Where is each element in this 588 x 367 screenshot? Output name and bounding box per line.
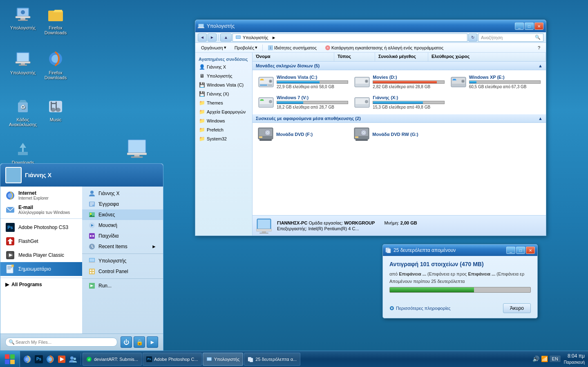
taskbar-deviantart[interactable]: d deviantART: Submis... [83, 353, 142, 366]
sidebar-item-themes[interactable]: 📁 Themes [195, 98, 252, 107]
svg-rect-26 [127, 153, 147, 155]
svg-rect-27 [134, 155, 140, 156]
start-ie[interactable]: Internet Internet Explorer [0, 188, 82, 202]
dvd-f[interactable]: Μονάδα DVD (F:) [256, 125, 350, 143]
desktop-icon-network[interactable] [121, 139, 153, 160]
right-games[interactable]: Παιχνίδια [82, 231, 163, 241]
col-name[interactable]: Όνομα [253, 53, 334, 61]
menu-uninstall[interactable]: × Κατάργηση εγκατάστασης ή αλλαγή ενός π… [322, 44, 447, 51]
dialog-maximize[interactable]: □ [516, 247, 525, 254]
svg-text:×: × [326, 46, 329, 50]
svg-rect-74 [355, 139, 368, 141]
desktop-icon-recycle[interactable]: ♻ ΚάδοςΑνακύκλωσης [7, 96, 39, 127]
start-notepad[interactable]: Σημειωματάριο [0, 262, 82, 276]
svg-rect-79 [259, 233, 268, 234]
start-flashget[interactable]: FlashGet [0, 234, 82, 248]
power-button[interactable]: ⏻ [121, 336, 132, 348]
svg-rect-108 [89, 258, 94, 262]
up-button[interactable]: ▲ [220, 33, 232, 42]
start-email[interactable]: E-mail Αλληλογραφία των Windows [0, 202, 82, 217]
desktop-icon-firefox[interactable]: FirefoxDownloads [39, 49, 72, 80]
dvd-g[interactable]: Μονάδα DVD RW (G:) [352, 125, 446, 143]
quicklaunch-ff[interactable] [45, 354, 56, 365]
sidebar-item-windows[interactable]: 📁 Windows [195, 116, 252, 125]
back-button[interactable]: ◄ [198, 33, 207, 42]
sidebar-item-giannix-x[interactable]: 💾 Γιάννης (Χ) [195, 89, 252, 98]
drive-x[interactable]: Γιάννης (Χ:) 15,3 GB ελεύθερα από 49,8 G… [352, 93, 446, 112]
start-media[interactable]: Media Player Classic [0, 248, 82, 262]
dialog-minimize[interactable]: _ [506, 247, 515, 254]
taskbar-copy[interactable]: 25 δευτερόλεπτα α... [244, 353, 300, 366]
arrow-button[interactable]: ► [147, 336, 158, 348]
hard-drives-header[interactable]: Μονάδες σκληρών δίσκων (5) ▲ [253, 62, 546, 70]
quicklaunch-media[interactable] [56, 354, 67, 365]
start-button[interactable] [0, 351, 20, 367]
right-images[interactable]: Εικόνες [82, 209, 163, 220]
lock-button[interactable]: 🔒 [134, 336, 145, 348]
right-control-panel[interactable]: Control Panel [82, 266, 163, 277]
svg-point-66 [267, 132, 268, 133]
col-type[interactable]: Τύπος [334, 53, 375, 61]
start-search-input[interactable] [5, 338, 117, 347]
search-bar[interactable]: Αναζήτηση 🔍 [478, 33, 543, 42]
svg-rect-110 [89, 269, 95, 274]
desktop-icon-downloads[interactable]: Downloads [7, 139, 39, 165]
right-computer[interactable]: Υπολογιστής [82, 256, 163, 266]
desktop-icon-music[interactable]: Music [39, 96, 72, 122]
right-giannix[interactable]: Γιάννης Χ [82, 188, 163, 199]
quicklaunch-ie[interactable] [22, 354, 33, 365]
sidebar-item-windows-vista[interactable]: 💾 Windows Vista (C) [195, 80, 252, 89]
start-photoshop[interactable]: Ps Adobe Photoshop CS3 [0, 220, 82, 234]
menu-help[interactable]: ? [534, 44, 543, 51]
desktop-icon-programs[interactable]: Firefox Downloads [39, 4, 72, 35]
taskbar-photoshop[interactable]: Ps Adobe Photoshop C... [143, 353, 202, 366]
removable-header[interactable]: Συσκευές με αφαιρούμενα μέσα αποθήκευσης… [253, 114, 546, 123]
svg-rect-3 [18, 20, 28, 21]
menu-organize[interactable]: Οργάνωση ▾ [198, 44, 230, 51]
svg-rect-96 [90, 204, 94, 205]
drive-v[interactable]: Windows 7 (V:) 18,2 GB ελεύθερα από 28,7… [256, 93, 350, 112]
cancel-button[interactable]: Άκυρο [503, 303, 531, 313]
sidebar-item-apps[interactable]: 📁 Αρχεία Εφαρμογών [195, 107, 252, 116]
menu-views[interactable]: Προβολές ▾ [231, 44, 261, 51]
col-free[interactable]: Ελεύθερος χώρος [428, 53, 546, 61]
sidebar-item-giannix[interactable]: 👤 Γιάννης Χ [195, 62, 252, 71]
window-title: Υπολογιστής [198, 23, 235, 29]
address-bar[interactable]: Υπολογιστής ► [233, 33, 467, 42]
sidebar-item-system32[interactable]: 📁 System32 [195, 134, 252, 143]
menu-properties[interactable]: i Ιδιότητες συστήματος [264, 44, 320, 51]
sidebar-item-computer[interactable]: 🖥 Υπολογιστής [195, 71, 252, 80]
desktop-icon-computer[interactable]: Υπολογιστής [7, 49, 39, 75]
svg-text:i: i [270, 46, 271, 50]
svg-point-48 [366, 80, 367, 82]
more-info-button[interactable]: ▼ Περισσότερες πληροφορίες [389, 306, 451, 311]
forward-button[interactable]: ► [208, 33, 217, 42]
taskbar-explorer[interactable]: Υπολογιστής [203, 353, 244, 366]
right-run[interactable]: Run... [82, 280, 163, 291]
close-button[interactable]: ✕ [534, 22, 543, 30]
sidebar-item-prefetch[interactable]: 📁 Prefetch [195, 125, 252, 134]
minimize-button[interactable]: _ [515, 22, 524, 30]
quicklaunch-ps[interactable]: Ps [33, 354, 45, 365]
drive-d[interactable]: Movies (D:) 2,82 GB ελεύθερα από 28,8 GB [352, 73, 446, 91]
language-indicator[interactable]: EN [550, 356, 561, 362]
col-total[interactable]: Συνολικό μέγεθος [375, 53, 428, 61]
svg-rect-2 [20, 18, 25, 20]
svg-point-56 [269, 100, 272, 103]
status-bar: ΓΙΑΝΝΗΣΧ-PC Ομάδα εργασίας: WORKGROUP Μν… [253, 215, 546, 236]
right-recent[interactable]: Recent Items ► [82, 241, 163, 252]
refresh-button[interactable]: ↻ [468, 33, 477, 42]
right-music[interactable]: Μουσική [82, 220, 163, 231]
right-documents[interactable]: Έγγραφα [82, 199, 163, 209]
dialog-footer: ▼ Περισσότερες πληροφορίες Άκυρο [383, 301, 537, 318]
all-programs[interactable]: ▶ All Programs [0, 280, 82, 289]
quicklaunch-users[interactable] [67, 354, 79, 365]
desktop-icon-user[interactable]: Υπολογιστής [7, 4, 39, 30]
drive-e[interactable]: Windows XP (E:) 60,5 GB ελεύθερα από 67,… [448, 73, 543, 91]
maximize-button[interactable]: □ [525, 22, 534, 30]
start-menu-header: Γιάννης Χ [0, 164, 163, 187]
svg-rect-33 [236, 36, 240, 38]
dialog-close[interactable]: ✕ [526, 247, 535, 254]
drive-c[interactable]: Windows Vista (C:) 22,9 GB ελεύθερα από … [256, 73, 350, 91]
user-avatar [5, 167, 22, 183]
